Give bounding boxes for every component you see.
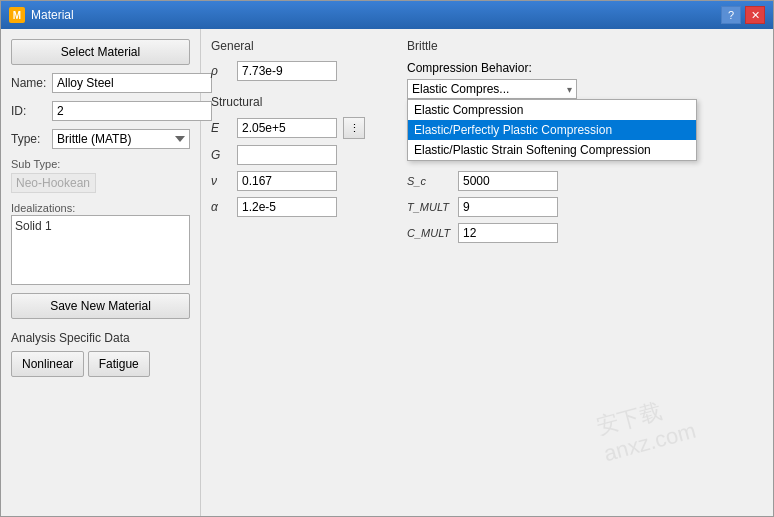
general-section: General ρ [211,39,391,81]
window-controls: ? ✕ [721,6,765,24]
help-button[interactable]: ? [721,6,741,24]
alpha-row: α [211,197,391,217]
E-row: E ⋮ [211,117,391,139]
type-label: Type: [11,132,46,146]
compression-dropdown-list: Elastic Compression Elastic/Perfectly Pl… [407,99,697,161]
name-label: Name: [11,76,46,90]
title-bar: M Material ? ✕ [1,1,773,29]
Cmult-row: C_MULT [407,223,763,243]
subtype-label: Sub Type: [11,158,60,170]
type-row: Type: Brittle (MATB) [11,129,190,149]
compression-dropdown-selected[interactable]: Elastic Compres... ▾ [407,79,577,99]
idealizations-section: Idealizations: Solid 1 [11,201,190,285]
compression-dropdown-container: Elastic Compres... ▾ Elastic Compression… [407,79,763,99]
dropdown-arrow-icon: ▾ [567,84,572,95]
structural-title: Structural [211,95,391,109]
rho-input[interactable] [237,61,337,81]
idealization-item: Solid 1 [15,219,186,233]
brittle-title: Brittle [407,39,763,53]
select-material-button[interactable]: Select Material [11,39,190,65]
Cmult-input[interactable] [458,223,558,243]
G-input[interactable] [237,145,337,165]
app-icon: M [9,7,25,23]
alpha-input[interactable] [237,197,337,217]
type-select[interactable]: Brittle (MATB) [52,129,190,149]
subtype-section: Sub Type: Neo-Hookean [11,157,190,193]
G-label: G [211,148,231,162]
dropdown-item-strain-softening[interactable]: Elastic/Plastic Strain Softening Compres… [408,140,696,160]
idealizations-box: Solid 1 [11,215,190,285]
E-input[interactable] [237,118,337,138]
Tmult-label: T_MULT [407,201,452,213]
rho-row: ρ [211,61,391,81]
id-label: ID: [11,104,46,118]
nu-input[interactable] [237,171,337,191]
idealizations-label: Idealizations: [11,202,75,214]
general-title: General [211,39,391,53]
id-input[interactable] [52,101,212,121]
middle-section: General ρ Structural E ⋮ G [211,39,391,506]
nu-label: ν [211,174,231,188]
save-new-material-button[interactable]: Save New Material [11,293,190,319]
structural-section: Structural E ⋮ G ν α [211,95,391,217]
name-row: Name: [11,73,190,93]
Sc-row: S_c [407,171,763,191]
content-area: Select Material Name: ID: Type: Brittle … [1,29,773,516]
analysis-title: Analysis Specific Data [11,331,190,345]
Tmult-row: T_MULT [407,197,763,217]
brittle-section: Brittle Compression Behavior: Elastic Co… [407,39,763,506]
window-title: Material [31,8,721,22]
dropdown-selected-text: Elastic Compres... [412,82,509,96]
analysis-section: Analysis Specific Data Nonlinear Fatigue [11,331,190,383]
close-button[interactable]: ✕ [745,6,765,24]
brittle-fields: S_c T_MULT C_MULT [407,171,763,243]
compression-label: Compression Behavior: [407,61,763,75]
nonlinear-button[interactable]: Nonlinear [11,351,84,377]
rho-label: ρ [211,64,231,78]
E-extra-button[interactable]: ⋮ [343,117,365,139]
main-window: M Material ? ✕ Select Material Name: ID:… [0,0,774,517]
left-panel: Select Material Name: ID: Type: Brittle … [1,29,201,516]
name-input[interactable] [52,73,212,93]
alpha-label: α [211,200,231,214]
G-row: G [211,145,391,165]
Cmult-label: C_MULT [407,227,452,239]
Tmult-input[interactable] [458,197,558,217]
nu-row: ν [211,171,391,191]
right-panel: General ρ Structural E ⋮ G [201,29,773,516]
id-row: ID: [11,101,190,121]
E-label: E [211,121,231,135]
Sc-input[interactable] [458,171,558,191]
dropdown-item-elastic[interactable]: Elastic Compression [408,100,696,120]
subtype-select[interactable]: Neo-Hookean [11,173,96,193]
Sc-label: S_c [407,175,452,187]
dropdown-item-perfectly-plastic[interactable]: Elastic/Perfectly Plastic Compression [408,120,696,140]
fatigue-button[interactable]: Fatigue [88,351,150,377]
